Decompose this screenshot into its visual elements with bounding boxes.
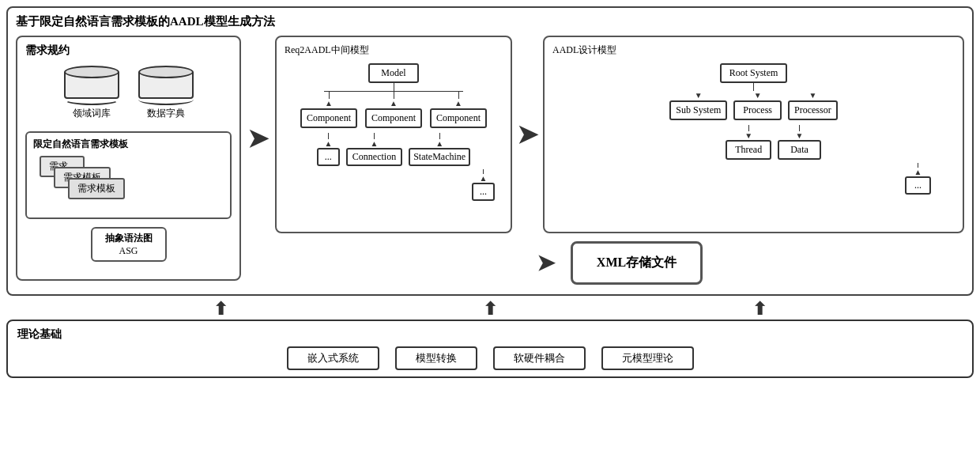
middle-panel-title: Req2AADL中间模型 bbox=[285, 43, 503, 57]
req-card-3: 需求模板 bbox=[68, 178, 125, 199]
right-panel: AADL设计模型 Root System bbox=[543, 36, 964, 233]
theory-item-1: 模型转换 bbox=[395, 346, 477, 370]
asg-box: 抽象语法图 ASG bbox=[91, 227, 167, 262]
right-panel-title: AADL设计模型 bbox=[552, 43, 955, 57]
dots2-node: ... bbox=[472, 183, 495, 201]
template-section: 限定自然语言需求模板 需求... 需求模板 需求模板 bbox=[25, 131, 232, 219]
db2-item: 数据字典 bbox=[138, 66, 194, 120]
component3-node: Component bbox=[430, 108, 487, 128]
component1-node: Component bbox=[300, 108, 357, 128]
theory-item-3: 元模型理论 bbox=[601, 346, 694, 370]
db2-label: 数据字典 bbox=[147, 107, 185, 120]
db1-cylinder bbox=[64, 66, 119, 105]
main-title: 基于限定自然语言需求模板的AADL模型生成方法 bbox=[16, 14, 964, 29]
up-arrow-3: ⬆ bbox=[752, 301, 767, 318]
data-node: Data bbox=[778, 140, 821, 160]
bottom-section: 理论基础 嵌入式系统 模型转换 软硬件耦合 元模型理论 bbox=[6, 320, 974, 378]
asg-label: 抽象语法图 bbox=[105, 232, 153, 245]
up-arrow-2: ⬆ bbox=[483, 301, 497, 318]
db1-label: 领域词库 bbox=[73, 107, 111, 120]
theory-item-2: 软硬件耦合 bbox=[493, 346, 586, 370]
processor-node: Processor bbox=[788, 100, 838, 120]
subsystem-node: Sub System bbox=[669, 100, 727, 120]
dots1-node: ... bbox=[317, 148, 340, 166]
thread-node: Thread bbox=[726, 140, 771, 160]
root-system-node: Root System bbox=[720, 63, 788, 83]
left-panel: 需求规约 领域词库 bbox=[16, 36, 241, 281]
xml-box: XML存储文件 bbox=[571, 241, 703, 285]
bottom-label: 理论基础 bbox=[17, 327, 963, 342]
theory-item-0: 嵌入式系统 bbox=[287, 346, 379, 370]
arrow-middle-to-right: ➤ bbox=[515, 119, 540, 149]
connection-node: Connection bbox=[346, 148, 402, 166]
db1-item: 领域词库 bbox=[64, 66, 119, 120]
model-node: Model bbox=[368, 63, 418, 83]
component2-node: Component bbox=[365, 108, 422, 128]
statemachine-node: StateMachine bbox=[409, 148, 470, 166]
up-arrow-1: ⬆ bbox=[213, 301, 228, 318]
template-section-label: 限定自然语言需求模板 bbox=[33, 138, 224, 151]
left-panel-label: 需求规约 bbox=[25, 43, 232, 58]
middle-panel: Req2AADL中间模型 Model bbox=[275, 36, 512, 233]
asg-sub: ASG bbox=[105, 245, 153, 257]
right-dots-node: ... bbox=[905, 176, 931, 195]
process-node: Process bbox=[733, 100, 782, 120]
arrow-left-to-middle: ➤ bbox=[246, 123, 270, 153]
db2-cylinder bbox=[138, 66, 194, 105]
arrow-to-xml: ➤ bbox=[537, 250, 555, 276]
